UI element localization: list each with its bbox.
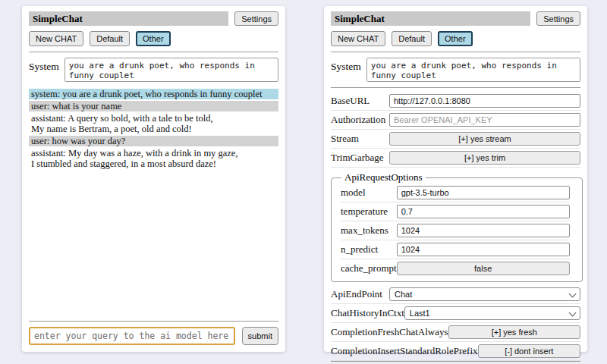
chat-message-assistant: assistant: My day was a haze, with a dri… bbox=[29, 148, 278, 169]
trim-garbage-label: TrimGarbage bbox=[331, 152, 384, 164]
new-chat-button[interactable]: New CHAT bbox=[29, 31, 83, 46]
n-predict-input[interactable] bbox=[397, 243, 570, 256]
chat-history-select[interactable]: Last1 bbox=[404, 306, 580, 320]
baseurl-label: BaseURL bbox=[331, 95, 370, 107]
submit-button[interactable]: submit bbox=[242, 327, 278, 345]
api-endpoint-select[interactable]: Chat bbox=[389, 287, 580, 301]
completion-fresh-label: CompletionFreshChatAlways bbox=[331, 326, 448, 338]
setting-row-completion-insert: CompletionInsertStandardRolePrefix [-] d… bbox=[331, 342, 580, 361]
session-button-row: New CHAT Default Other bbox=[331, 31, 580, 46]
divider bbox=[29, 321, 278, 322]
system-prompt-textarea[interactable]: you are a drunk poet, who responds in fu… bbox=[64, 58, 278, 82]
setting-row-temperature: temperature bbox=[341, 202, 570, 221]
chat-history-selected-value: Last1 bbox=[410, 309, 430, 318]
new-chat-button[interactable]: New CHAT bbox=[331, 31, 385, 46]
divider bbox=[29, 52, 278, 52]
setting-row-max-tokens: max_tokens bbox=[341, 221, 570, 240]
setting-row-authorization: Authorization bbox=[331, 111, 580, 130]
chat-history-label: ChatHistoryInCtxt bbox=[331, 307, 404, 319]
query-footer: submit bbox=[331, 361, 580, 364]
setting-row-model: model bbox=[341, 184, 570, 202]
authorization-input[interactable] bbox=[389, 113, 580, 127]
chevron-down-icon bbox=[569, 309, 577, 316]
system-prompt-row: System you are a drunk poet, who respond… bbox=[331, 58, 580, 82]
setting-row-chat-history: ChatHistoryInCtxt Last1 bbox=[331, 304, 580, 323]
trim-garbage-toggle-button[interactable]: [+] yes trim bbox=[389, 151, 580, 165]
title-bar: SimpleChat Settings bbox=[331, 11, 580, 26]
setting-row-api-endpoint: ApiEndPoint Chat bbox=[331, 285, 580, 304]
model-label: model bbox=[341, 187, 366, 199]
cache-prompt-toggle-button[interactable]: false bbox=[397, 262, 570, 275]
n-predict-label: n_predict bbox=[341, 243, 378, 256]
setting-row-stream: Stream [+] yes stream bbox=[331, 130, 580, 149]
api-request-options-fieldset: ApiRequestOptions model temperature max_… bbox=[331, 171, 583, 282]
settings-button[interactable]: Settings bbox=[234, 11, 278, 26]
completion-insert-label: CompletionInsertStandardRolePrefix bbox=[331, 345, 478, 357]
setting-row-n-predict: n_predict bbox=[341, 240, 570, 259]
authorization-label: Authorization bbox=[331, 114, 385, 126]
chat-message-user: user: how was your day? bbox=[29, 136, 278, 146]
api-endpoint-selected-value: Chat bbox=[395, 290, 412, 299]
max-tokens-label: max_tokens bbox=[341, 224, 388, 237]
system-label: System bbox=[29, 58, 59, 73]
chat-log: system: you are a drunk poet, who respon… bbox=[29, 89, 278, 171]
system-prompt-row: System you are a drunk poet, who respond… bbox=[29, 58, 278, 82]
query-input[interactable] bbox=[29, 327, 235, 345]
settings-list: BaseURL Authorization Stream [+] yes str… bbox=[331, 92, 580, 361]
system-prompt-textarea[interactable]: you are a drunk poet, who responds in fu… bbox=[366, 58, 580, 82]
divider bbox=[331, 361, 580, 362]
chat-message-user: user: what is your name bbox=[29, 101, 278, 111]
chevron-down-icon bbox=[569, 290, 577, 297]
system-label: System bbox=[331, 58, 361, 73]
session-button-default[interactable]: Default bbox=[392, 31, 432, 46]
session-button-default[interactable]: Default bbox=[90, 31, 130, 46]
session-button-other[interactable]: Other bbox=[438, 31, 473, 46]
session-button-row: New CHAT Default Other bbox=[29, 31, 278, 46]
api-request-options-legend: ApiRequestOptions bbox=[341, 171, 426, 184]
chat-panel: SimpleChat Settings New CHAT Default Oth… bbox=[22, 6, 285, 352]
setting-row-baseurl: BaseURL bbox=[331, 92, 580, 111]
setting-row-completion-fresh: CompletionFreshChatAlways [+] yes fresh bbox=[331, 323, 580, 342]
chat-message-assistant: assistant: A query so bold, with a tale … bbox=[29, 113, 278, 134]
settings-button[interactable]: Settings bbox=[536, 11, 580, 26]
chat-message-system: system: you are a drunk poet, who respon… bbox=[29, 89, 278, 99]
stream-toggle-button[interactable]: [+] yes stream bbox=[389, 132, 580, 146]
temperature-label: temperature bbox=[341, 206, 388, 218]
divider bbox=[331, 52, 580, 52]
setting-row-cache-prompt: cache_prompt false bbox=[341, 259, 570, 278]
completion-fresh-toggle-button[interactable]: [+] yes fresh bbox=[448, 325, 580, 339]
title-bar: SimpleChat Settings bbox=[29, 11, 278, 26]
query-footer: submit bbox=[29, 321, 278, 345]
base-url-input[interactable] bbox=[389, 94, 580, 108]
completion-insert-toggle-button[interactable]: [-] dont insert bbox=[478, 344, 580, 358]
divider bbox=[331, 87, 580, 88]
app-title: SimpleChat bbox=[29, 11, 228, 26]
session-button-other[interactable]: Other bbox=[136, 31, 171, 46]
temperature-input[interactable] bbox=[397, 205, 570, 218]
app-title: SimpleChat bbox=[331, 11, 530, 26]
stream-label: Stream bbox=[331, 133, 359, 145]
api-endpoint-label: ApiEndPoint bbox=[331, 288, 382, 300]
setting-row-trimgarbage: TrimGarbage [+] yes trim bbox=[331, 149, 580, 168]
settings-panel: SimpleChat Settings New CHAT Default Oth… bbox=[324, 6, 587, 352]
model-input[interactable] bbox=[397, 186, 570, 199]
cache-prompt-label: cache_prompt bbox=[341, 262, 397, 275]
query-row: submit bbox=[29, 327, 278, 345]
max-tokens-input[interactable] bbox=[397, 224, 570, 237]
